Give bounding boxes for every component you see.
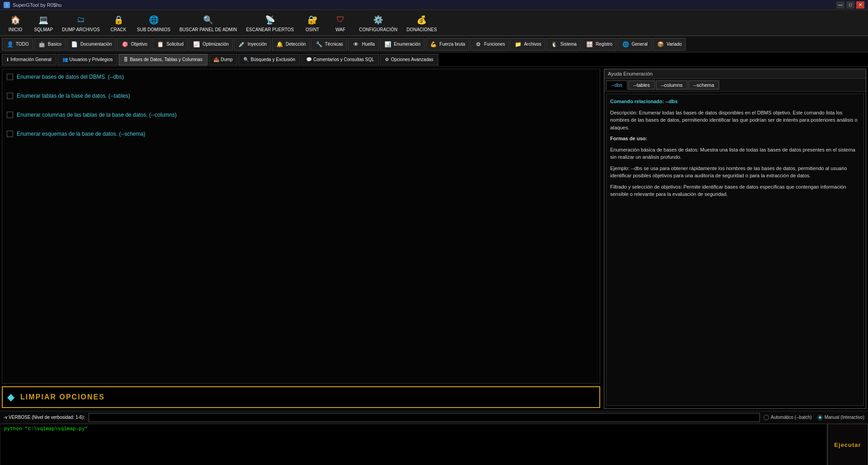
scan-icon: 📡 (264, 14, 276, 26)
second-toolbar: 👤 TODO 🤖 Basico 📄 Documentación 🎯 Objeti… (0, 36, 868, 52)
funciones-icon: ⚙ (474, 40, 482, 48)
inyeccion-icon: 💉 (238, 40, 246, 48)
nav-osint-label: OSINT (305, 27, 319, 32)
bases-datos-icon: 🗄 (123, 57, 128, 62)
fuerzabruta-icon: 💪 (430, 40, 438, 48)
dump-tab-icon: 📤 (213, 57, 219, 62)
tool-archivos-label: Archivos (524, 42, 541, 47)
tool-huella-label: Huella (362, 42, 375, 47)
tool-objetivo-label: Objetivo (131, 42, 147, 47)
registro-icon: 🪟 (586, 40, 594, 48)
sqlmap-icon: 💻 (37, 14, 50, 26)
tool-registro[interactable]: 🪟 Registro (582, 38, 617, 51)
tab-opciones[interactable]: ⚙ Opciones Avanzadas (380, 54, 438, 66)
clear-area: ◆ LIMPIAR OPCIONES (0, 384, 602, 411)
help-enumeracion: Enumeración básica de bases de datos: Mu… (610, 146, 860, 161)
nav-inicio[interactable]: 🏠 INICIO (2, 11, 29, 34)
tab-info-general-label: Información General (10, 57, 52, 62)
tool-archivos[interactable]: 📁 Archivos (510, 38, 545, 51)
maximize-button[interactable]: □ (846, 1, 854, 9)
nav-crack[interactable]: 🔒 CRACK (105, 11, 132, 34)
archivos-icon: 📁 (514, 40, 522, 48)
tool-sistema[interactable]: 🐧 Sistema (546, 38, 581, 51)
manual-radio[interactable] (817, 415, 823, 420)
info-general-icon: ℹ (7, 57, 9, 62)
nav-osint[interactable]: 🔐 OSINT (299, 11, 326, 34)
tab-info-general[interactable]: ℹ Información General (2, 54, 57, 66)
title-bar-left: S SuperGTool by R0$hu (4, 2, 62, 8)
nav-donaciones[interactable]: 💰 DONACIONES (403, 11, 441, 34)
clear-button[interactable]: ◆ LIMPIAR OPCIONES (2, 386, 600, 408)
tab-dump[interactable]: 📤 Dump (209, 54, 238, 66)
deteccion-icon: 🔔 (276, 40, 284, 48)
documentacion-icon: 📄 (71, 40, 79, 48)
nav-configuracion[interactable]: ⚙️ CONFIGURACIÓN (355, 11, 402, 34)
nav-dump[interactable]: 🗂 DUMP ARCHIVOS (58, 11, 104, 34)
tool-registro-label: Registro (596, 42, 612, 47)
close-button[interactable]: ✕ (856, 1, 864, 9)
clear-label: LIMPIAR OPCIONES (20, 393, 105, 401)
nav-subdominios[interactable]: 🌐 SUB DOMINIOS (133, 11, 175, 34)
help-description: Descripción: Enumerar todas las bases de… (610, 109, 860, 132)
search-panel-icon: 🔍 (202, 14, 214, 26)
checkbox-tables: Enumerar tablas de la base de datos. (--… (7, 93, 595, 99)
tab-bases-datos[interactable]: 🗄 Bases de Datos, Tablas y Columnas (119, 54, 207, 66)
radio-automatico: Automático (--batch) (764, 415, 812, 420)
nav-escanear[interactable]: 📡 ESCANEAR PUERTOS (242, 11, 298, 34)
tool-enumeracion[interactable]: 📊 Enumeración (380, 38, 425, 51)
nav-sqlmap[interactable]: 💻 SQLMAP (30, 11, 57, 34)
panels-row: Enumerar bases de datos del DBMS. (--dbs… (0, 67, 868, 411)
optimizacion-icon: 📈 (193, 40, 201, 48)
tool-documentacion[interactable]: 📄 Documentación (66, 38, 116, 51)
tool-fuerzabruta[interactable]: 💪 Fuerza bruta (426, 38, 470, 51)
variado-icon: 📦 (657, 40, 665, 48)
tool-todo-label: TODO (16, 42, 29, 47)
tool-inyeccion[interactable]: 💉 Inyección (234, 38, 271, 51)
tab-comentarios-label: Comentarios y Consultas SQL (313, 57, 375, 62)
top-nav: 🏠 INICIO 💻 SQLMAP 🗂 DUMP ARCHIVOS 🔒 CRAC… (0, 10, 868, 36)
tool-huella[interactable]: 👁 Huella (348, 38, 379, 51)
app-title: SuperGTool by R0$hu (13, 2, 62, 8)
home-icon: 🏠 (9, 14, 22, 26)
verbose-input[interactable] (89, 413, 760, 422)
help-tab-schema[interactable]: --schema (688, 81, 719, 90)
help-tab-dbs[interactable]: --dbs (606, 81, 627, 90)
tool-optimizacion[interactable]: 📈 Optimización (189, 38, 233, 51)
tool-deteccion[interactable]: 🔔 Detección (272, 38, 310, 51)
tool-tecnicas[interactable]: 🔧 Técnicas (311, 38, 347, 51)
sistema-icon: 🐧 (550, 40, 559, 48)
checkbox-columns: Enumerar columnas de las tablas de la ba… (7, 112, 595, 118)
clear-diamond-icon: ◆ (7, 392, 15, 403)
execute-button[interactable]: Ejecutar (830, 438, 864, 452)
third-toolbar: ℹ Información General 👥 Usuarios y Privi… (0, 52, 868, 67)
tab-busqueda[interactable]: 🔍 Búsqueda y Exclusión (238, 54, 300, 66)
tables-checkbox[interactable] (7, 93, 13, 99)
app-icon: S (4, 2, 10, 8)
tab-busqueda-label: Búsqueda y Exclusión (251, 57, 295, 62)
title-bar: S SuperGTool by R0$hu — □ ✕ (0, 0, 868, 10)
nav-buscar-label: BUSCAR PANEL DE ADMIN (180, 27, 237, 32)
help-tab-columns[interactable]: --columns (656, 81, 688, 90)
osint-icon: 🔐 (306, 14, 319, 26)
automatico-radio[interactable] (764, 415, 769, 420)
dbs-checkbox[interactable] (7, 74, 13, 80)
command-output: python "C:\sqlmap\sqlmap.py" (0, 424, 827, 465)
dbs-label: Enumerar bases de datos del DBMS. (--dbs… (17, 74, 124, 80)
tool-solicitud[interactable]: 📋 Solicitud (152, 38, 188, 51)
tab-comentarios[interactable]: 💬 Comentarios y Consultas SQL (301, 54, 379, 66)
nav-waf[interactable]: 🛡 WAF (327, 11, 354, 34)
tool-general[interactable]: 🌐 General (617, 38, 652, 51)
help-tab-tables[interactable]: --tables (628, 81, 655, 90)
columns-checkbox[interactable] (7, 112, 13, 118)
tool-objetivo[interactable]: 🎯 Objetivo (117, 38, 152, 51)
nav-buscar[interactable]: 🔍 BUSCAR PANEL DE ADMIN (175, 11, 241, 34)
schema-checkbox[interactable] (7, 131, 13, 137)
tab-usuarios[interactable]: 👥 Usuarios y Privilegios (57, 54, 118, 66)
tool-funciones[interactable]: ⚙ Funciones (470, 38, 509, 51)
tool-todo[interactable]: 👤 TODO (2, 38, 33, 51)
minimize-button[interactable]: — (836, 1, 844, 9)
tool-basico[interactable]: 🤖 Basico (34, 38, 66, 51)
tool-variado[interactable]: 📦 Variado (653, 38, 686, 51)
tab-bases-datos-label: Bases de Datos, Tablas y Columnas (130, 57, 202, 62)
checkbox-schema: Enumerar esquemas de la base de datos. (… (7, 131, 595, 137)
